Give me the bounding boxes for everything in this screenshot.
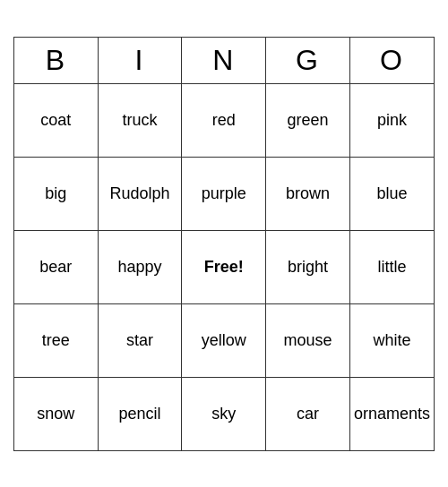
cell-r4-c2[interactable]: sky bbox=[182, 377, 266, 450]
cell-r3-c0[interactable]: tree bbox=[14, 303, 99, 377]
cell-r3-c3[interactable]: mouse bbox=[266, 303, 350, 377]
cell-r2-c1[interactable]: happy bbox=[98, 230, 182, 303]
cell-r1-c3[interactable]: brown bbox=[266, 157, 350, 230]
cell-r2-c0[interactable]: bear bbox=[14, 230, 99, 303]
header-row: B I N G O bbox=[14, 37, 435, 83]
cell-r4-c1[interactable]: pencil bbox=[98, 377, 182, 450]
header-b: B bbox=[14, 37, 99, 83]
cell-r0-c0[interactable]: coat bbox=[14, 83, 99, 157]
table-row: treestaryellowmousewhite bbox=[14, 303, 435, 377]
cell-r0-c4[interactable]: pink bbox=[349, 83, 434, 157]
table-row: coattruckredgreenpink bbox=[14, 83, 435, 157]
header-i: I bbox=[98, 37, 182, 83]
cell-r3-c1[interactable]: star bbox=[98, 303, 182, 377]
cell-r4-c3[interactable]: car bbox=[266, 377, 350, 450]
cell-r0-c3[interactable]: green bbox=[266, 83, 350, 157]
header-n: N bbox=[182, 37, 266, 83]
cell-r3-c2[interactable]: yellow bbox=[182, 303, 266, 377]
cell-r3-c4[interactable]: white bbox=[349, 303, 434, 377]
cell-r1-c4[interactable]: blue bbox=[349, 157, 434, 230]
table-row: bigRudolphpurplebrownblue bbox=[14, 157, 435, 230]
cell-r0-c2[interactable]: red bbox=[182, 83, 266, 157]
bingo-body: coattruckredgreenpinkbigRudolphpurplebro… bbox=[14, 83, 435, 450]
bingo-card: B I N G O coattruckredgreenpinkbigRudolp… bbox=[13, 37, 435, 451]
table-row: bearhappyFree!brightlittle bbox=[14, 230, 435, 303]
cell-r1-c1[interactable]: Rudolph bbox=[98, 157, 182, 230]
cell-r1-c0[interactable]: big bbox=[14, 157, 99, 230]
cell-r1-c2[interactable]: purple bbox=[182, 157, 266, 230]
cell-r2-c3[interactable]: bright bbox=[266, 230, 350, 303]
cell-r2-c2[interactable]: Free! bbox=[182, 230, 266, 303]
table-row: snowpencilskycarornaments bbox=[14, 377, 435, 450]
cell-r0-c1[interactable]: truck bbox=[98, 83, 182, 157]
header-o: O bbox=[349, 37, 434, 83]
cell-r4-c0[interactable]: snow bbox=[14, 377, 99, 450]
cell-r4-c4[interactable]: ornaments bbox=[349, 377, 434, 450]
header-g: G bbox=[266, 37, 350, 83]
cell-r2-c4[interactable]: little bbox=[349, 230, 434, 303]
